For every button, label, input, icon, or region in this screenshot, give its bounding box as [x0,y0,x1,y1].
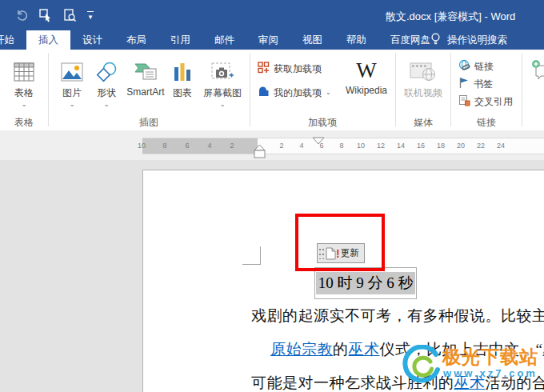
my-addins-button[interactable]: 我的加载项 ⌄ [258,86,331,100]
update-field-button[interactable]: ! 更新 [317,243,365,263]
link-icon [458,59,470,74]
group-label-links: 链接 [467,116,506,130]
chevron-down-icon: ⌄ [326,90,331,96]
window-title: 散文.docx [兼容模式] - Word [386,10,515,24]
document-page[interactable]: ! 更新 10 时 9 分 6 秒 戏剧的起源实不可考，有多种假说。比较主 原始… [142,170,544,392]
tab-help[interactable]: 帮助 [334,30,378,50]
group-separator [395,53,396,126]
group-label-table: 表格 [6,116,42,130]
pictures-button[interactable]: 图片 ⌄ [53,59,91,108]
chevron-down-icon: ⌄ [197,102,248,108]
online-video-icon [398,59,448,85]
quick-access-toolbar: ▾ [16,6,94,25]
ruler-zone: 10 8 6 4 2 2 4 6 8 10 12 14 16 18 20 22 … [0,130,544,160]
tab-insert[interactable]: 插入 [26,30,70,50]
tell-me-label: 操作说明搜索 [447,34,507,47]
margin-corner-mark [242,264,261,265]
group-separator [48,53,49,126]
horizontal-ruler[interactable]: 10 8 6 4 2 2 4 6 8 10 12 14 16 18 20 22 … [142,138,544,154]
hyperlink[interactable]: 巫术 [349,341,380,358]
hyperlink[interactable]: 原始宗教 [270,341,333,358]
paragraph-line: 原始宗教的巫术仪式，比如上古中文，“巫”、“ [270,339,544,360]
screenshot-icon [197,59,248,85]
tab-layout[interactable]: 布局 [114,30,158,50]
group-separator [522,53,522,126]
group-label-addins: 加载项 [298,116,346,130]
bookmark-icon [458,77,470,91]
title-bar: ▾ 散文.docx [兼容模式] - Word [0,0,544,30]
document-canvas: ! 更新 10 时 9 分 6 秒 戏剧的起源实不可考，有多种假说。比较主 原始… [0,160,544,392]
chevron-down-icon: ⌄ [90,102,122,108]
get-addins-button[interactable]: 获取加载项 [258,62,322,76]
table-button[interactable]: 表格 ⌄ [5,59,43,108]
time-field[interactable]: 10 时 9 分 6 秒 [314,267,417,299]
customize-qat-icon[interactable]: ▾ [87,11,94,20]
chevron-down-icon: ⌄ [5,102,43,108]
cross-reference-button[interactable]: 交叉引用 [458,94,513,109]
time-field-value: 10 时 9 分 6 秒 [316,272,416,294]
wikipedia-icon: W [342,58,391,83]
chart-button[interactable]: 图表 [169,59,196,100]
ribbon: 表格 ⌄ 图片 ⌄ 形状 ⌄ SmartArt 图表 屏幕截图 ⌄ [0,50,544,131]
bookmark-button[interactable]: 书签 [458,77,493,91]
tab-view[interactable]: 视图 [290,30,334,50]
link-button[interactable]: 链接 [458,59,494,74]
group-label-illustrations: 插图 [125,116,173,130]
update-document-icon [326,247,336,260]
tab-mailings[interactable]: 邮件 [202,30,246,50]
group-separator [450,53,451,126]
online-video-button[interactable]: 联机视频 [398,59,448,100]
exclamation-icon: ! [336,247,340,260]
comment-icon[interactable] [531,59,544,83]
hyperlink[interactable]: 巫术 [454,374,486,391]
paragraph-line: 戏剧的起源实不可考，有多种假说。比较主 [251,306,544,326]
undo-icon[interactable] [16,9,29,22]
print-preview-icon[interactable] [63,9,77,22]
tab-design[interactable]: 设计 [70,30,114,50]
picture-icon [53,59,91,85]
drag-grip-icon [318,247,324,259]
smartart-button[interactable]: SmartArt [122,59,170,98]
cross-reference-icon [458,94,470,109]
tab-review[interactable]: 审阅 [246,30,290,50]
group-separator [250,53,250,126]
tab-references[interactable]: 引用 [158,30,202,50]
my-addins-icon [258,86,270,100]
group-label-media: 媒体 [404,116,442,130]
wikipedia-button[interactable]: W Wikipedia [342,58,391,96]
smartart-icon [122,59,170,85]
margin-corner-mark [260,246,261,265]
table-icon [5,59,43,85]
left-indent-marker[interactable] [254,144,266,159]
tab-home[interactable]: 开始 [0,30,26,50]
touch-mouse-mode-icon[interactable] [39,9,53,22]
chevron-down-icon: ⌄ [53,102,91,108]
tell-me-search[interactable]: 操作说明搜索 [430,30,507,50]
lightbulb-icon [430,33,441,48]
screenshot-button[interactable]: 屏幕截图 ⌄ [197,59,248,108]
shapes-button[interactable]: 形状 ⌄ [90,59,122,108]
get-addins-icon [258,62,270,76]
first-line-indent-marker[interactable] [312,137,325,145]
chart-icon [169,59,196,85]
paragraph-line: 可能是对一种乞求战斗胜利的巫术活动的合 [251,373,544,392]
shapes-icon [90,59,122,85]
